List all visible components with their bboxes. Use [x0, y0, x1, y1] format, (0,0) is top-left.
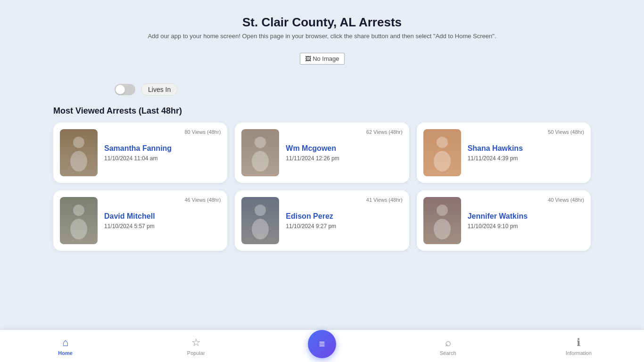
no-image-text: 🖼 No Image: [305, 55, 339, 62]
arrest-views-samantha-fanning: 80 Views (48hr): [184, 129, 221, 135]
lives-in-toggle[interactable]: [115, 84, 135, 95]
arrest-photo-david-mitchell: [60, 197, 98, 244]
arrest-views-shana-hawkins: 50 Views (48hr): [548, 129, 584, 135]
svg-point-11: [434, 219, 451, 239]
arrest-card-jennifer-watkins[interactable]: Jennifer Watkins11/10/2024 9:10 pm40 Vie…: [417, 190, 591, 251]
arrest-photo-edison-perez: [241, 197, 279, 244]
arrest-date-edison-perez: 11/10/2024 9:27 pm: [286, 223, 402, 230]
nav-information[interactable]: ℹ Information: [560, 337, 597, 356]
arrest-name-edison-perez: Edison Perez: [286, 212, 402, 222]
arrest-photo-shana-hawkins: [423, 129, 461, 176]
svg-point-7: [70, 219, 87, 239]
arrest-views-wm-mcgowen: 62 Views (48hr): [366, 129, 403, 135]
fab-button[interactable]: ≡: [308, 330, 336, 358]
arrest-views-jennifer-watkins: 40 Views (48hr): [548, 197, 584, 203]
header: St. Clair County, AL Arrests Add our app…: [0, 0, 644, 44]
nav-popular[interactable]: ☆ Popular: [177, 337, 215, 356]
svg-point-6: [73, 205, 84, 216]
arrest-card-samantha-fanning[interactable]: Samantha Fanning11/10/2024 11:04 am80 Vi…: [53, 123, 227, 183]
svg-point-9: [252, 219, 269, 239]
arrest-card-shana-hawkins[interactable]: Shana Hawkins11/11/2024 4:39 pm50 Views …: [417, 123, 591, 183]
arrest-name-david-mitchell: David Mitchell: [104, 212, 221, 222]
filter-area: Lives In: [86, 78, 558, 101]
arrest-info-edison-perez: Edison Perez11/10/2024 9:27 pm: [286, 212, 402, 230]
popular-label: Popular: [187, 350, 205, 356]
arrest-card-david-mitchell[interactable]: David Mitchell11/10/2024 5:57 pm46 Views…: [53, 190, 227, 251]
svg-point-3: [252, 151, 269, 172]
arrest-info-shana-hawkins: Shana Hawkins11/11/2024 4:39 pm: [468, 144, 584, 162]
page-title: St. Clair County, AL Arrests: [9, 15, 635, 30]
svg-point-10: [437, 205, 448, 216]
arrest-info-wm-mcgowen: Wm Mcgowen11/11/2024 12:26 pm: [286, 144, 402, 162]
arrest-date-wm-mcgowen: 11/11/2024 12:26 pm: [286, 155, 402, 162]
home-icon: ⌂: [62, 337, 68, 349]
arrest-info-samantha-fanning: Samantha Fanning11/10/2024 11:04 am: [104, 144, 221, 162]
arrest-name-shana-hawkins: Shana Hawkins: [468, 144, 584, 154]
arrest-date-samantha-fanning: 11/10/2024 11:04 am: [104, 155, 221, 162]
arrest-date-shana-hawkins: 11/11/2024 4:39 pm: [468, 155, 584, 162]
svg-point-1: [70, 151, 87, 172]
arrest-info-david-mitchell: David Mitchell11/10/2024 5:57 pm: [104, 212, 221, 230]
search-label: Search: [440, 350, 456, 356]
svg-point-8: [255, 205, 266, 216]
arrest-name-samantha-fanning: Samantha Fanning: [104, 144, 221, 154]
arrest-info-jennifer-watkins: Jennifer Watkins11/10/2024 9:10 pm: [468, 212, 584, 230]
page-container: St. Clair County, AL Arrests Add our app…: [0, 0, 644, 362]
no-image-container: 🖼 No Image: [300, 53, 345, 65]
arrest-photo-samantha-fanning: [60, 129, 98, 176]
arrest-views-edison-perez: 41 Views (48hr): [366, 197, 403, 203]
header-subtitle: Add our app to your home screen! Open th…: [9, 33, 635, 40]
svg-point-2: [255, 137, 266, 148]
arrest-photo-jennifer-watkins: [423, 197, 461, 244]
section-title: Most Viewed Arrests (Last 48hr): [53, 101, 591, 123]
home-label: Home: [58, 350, 73, 356]
search-icon: ⌕: [445, 337, 451, 349]
popular-icon: ☆: [191, 337, 201, 349]
arrest-views-david-mitchell: 46 Views (48hr): [184, 197, 221, 203]
arrest-name-jennifer-watkins: Jennifer Watkins: [468, 212, 584, 222]
nav-home[interactable]: ⌂ Home: [47, 337, 84, 356]
svg-point-5: [434, 151, 451, 172]
arrest-date-jennifer-watkins: 11/10/2024 9:10 pm: [468, 223, 584, 230]
bottom-nav: ⌂ Home ☆ Popular ≡ ⌕ Search ℹ Informatio…: [0, 330, 644, 362]
no-image-box: 🖼 No Image: [300, 53, 345, 65]
svg-point-4: [437, 137, 448, 148]
arrest-date-david-mitchell: 11/10/2024 5:57 pm: [104, 223, 221, 230]
nav-search[interactable]: ⌕ Search: [429, 337, 467, 356]
arrests-grid: Samantha Fanning11/10/2024 11:04 am80 Vi…: [53, 123, 591, 260]
lives-in-label[interactable]: Lives In: [141, 83, 178, 96]
svg-point-0: [73, 137, 84, 148]
information-label: Information: [566, 350, 592, 356]
arrest-name-wm-mcgowen: Wm Mcgowen: [286, 144, 402, 154]
arrest-card-edison-perez[interactable]: Edison Perez11/10/2024 9:27 pm41 Views (…: [235, 190, 409, 251]
arrest-photo-wm-mcgowen: [241, 129, 279, 176]
fab-icon: ≡: [319, 338, 325, 350]
information-icon: ℹ: [577, 337, 580, 349]
arrest-card-wm-mcgowen[interactable]: Wm Mcgowen11/11/2024 12:26 pm62 Views (4…: [235, 123, 409, 183]
